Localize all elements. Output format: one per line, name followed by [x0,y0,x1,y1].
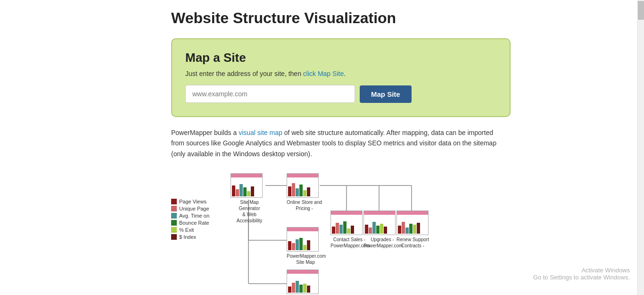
map-box-heading: Map a Site [185,51,496,65]
legend-item-bouncerate: Bounce Rate [171,220,223,226]
bar1 [332,227,335,234]
bar1 [232,185,235,196]
thumb-contact-sales [330,211,363,235]
url-input[interactable] [185,85,355,103]
windows-watermark: Activate Windows Go to Settings to activ… [533,267,630,281]
thumb-header-pm-search [287,270,318,274]
thumb-root [231,173,263,198]
legend-item-pctxit: % Exit [171,227,223,233]
map-box-desc-text1: Just enter the address of your site, the… [185,70,303,77]
bar4 [243,187,247,196]
legend-color-bouncerate [171,220,177,226]
bar5 [380,224,383,234]
bar6 [384,227,387,234]
map-box-desc-link: click Map Site [303,70,344,77]
bar5 [303,190,306,196]
bar3 [405,228,409,234]
bar2 [236,189,239,196]
page-wrapper: Website Structure Visualization Map a Si… [110,0,534,295]
bar1 [288,287,291,293]
label-contact-sales: Contact Sales -PowerMapper.com [330,236,368,249]
legend-item-uniquepage: Unique Page [171,206,223,211]
bar1 [365,225,368,234]
watermark-line1: Activate Windows [533,267,630,274]
label-root: Site Map Generator& Web Accessibility [231,199,268,224]
node-contact-sales: Contact Sales -PowerMapper.com [330,211,368,249]
map-input-row: Map Site [185,85,496,103]
bar2 [369,228,372,234]
legend: Page Views Unique Page Avg. Time on Boun… [171,199,223,241]
bar5 [303,245,306,250]
bar3 [372,222,376,234]
thumb-header-pm-sitemap [287,228,318,231]
bar2 [292,183,295,197]
bar6 [307,240,310,250]
thumb-online-store [287,173,319,198]
label-upgrades: Upgrades -PowerMapper.com [363,236,401,249]
bar3 [296,239,299,250]
map-site-button[interactable]: Map Site [360,85,412,103]
thumb-pm-search [287,270,319,294]
legend-label-bouncerate: Bounce Rate [179,220,209,226]
legend-label-avgtime: Avg. Time on [179,213,209,219]
bar5 [413,225,416,234]
legend-label-pageviews: Page Views [179,199,206,204]
thumb-header-contact-sales [331,211,362,215]
label-pm-sitemap: PowerMapper.comSite Map [287,253,324,265]
bar4 [343,221,347,234]
map-box: Map a Site Just enter the address of you… [171,38,511,117]
bar2 [336,223,339,234]
legend-item-avgtime: Avg. Time on [171,213,223,219]
node-online-store: Online Store andPricing - [287,173,322,211]
thumb-header-upgrades [364,211,395,215]
node-pm-search: PowerMapper.comSite Search [287,270,324,295]
desc-link1[interactable]: visual site map [239,129,282,136]
watermark-line2: Go to Settings to activate Windows. [533,274,630,281]
scrollbar[interactable] [637,0,644,295]
legend-color-uniquepage [171,206,177,211]
sitemap-diagram: Site Map Generator& Web Accessibility On… [228,170,520,295]
legend-label-index: $ Index [179,234,196,240]
bar5 [303,284,306,293]
thumb-header-online-store [287,174,318,177]
description-text: PowerMapper builds a visual site map of … [171,127,501,159]
label-renew: Renew SupportContracts - [396,236,429,249]
bar2 [292,243,295,250]
bar5 [247,191,250,196]
map-box-desc-text2: . [344,70,346,77]
bar3 [339,225,343,234]
thumb-upgrades [363,211,396,235]
label-online-store: Online Store andPricing - [287,199,322,211]
bar4 [299,238,303,251]
bar3 [296,188,299,196]
sitemap-area: Page Views Unique Page Avg. Time on Boun… [171,170,520,295]
page-title: Website Structure Visualization [171,9,520,27]
bar6 [307,286,310,293]
bar3 [296,281,299,293]
bar4 [409,224,413,234]
node-root: Site Map Generator& Web Accessibility [231,173,268,224]
node-upgrades: Upgrades -PowerMapper.com [363,211,401,249]
scrollbar-thumb[interactable] [638,1,644,20]
thumb-pm-sitemap [287,227,319,252]
bar2 [402,222,405,234]
bar2 [292,283,295,293]
bar1 [288,186,291,196]
legend-item-pageviews: Page Views [171,199,223,204]
bar1 [398,226,401,234]
thumb-header-renew [397,211,428,215]
map-box-description: Just enter the address of your site, the… [185,70,496,77]
bar6 [251,186,254,196]
bar5 [347,228,350,234]
bar3 [239,184,243,197]
thumb-header-root [231,174,262,177]
desc-text1: PowerMapper builds a [171,129,239,136]
legend-color-pctexit [171,227,177,233]
thumb-renew [396,211,429,235]
bar6 [307,187,310,196]
node-pm-sitemap: PowerMapper.comSite Map [287,227,324,265]
legend-item-index: $ Index [171,234,223,240]
legend-label-pctexit: % Exit [179,227,194,233]
bar4 [299,285,303,293]
legend-color-avgtime [171,213,177,219]
